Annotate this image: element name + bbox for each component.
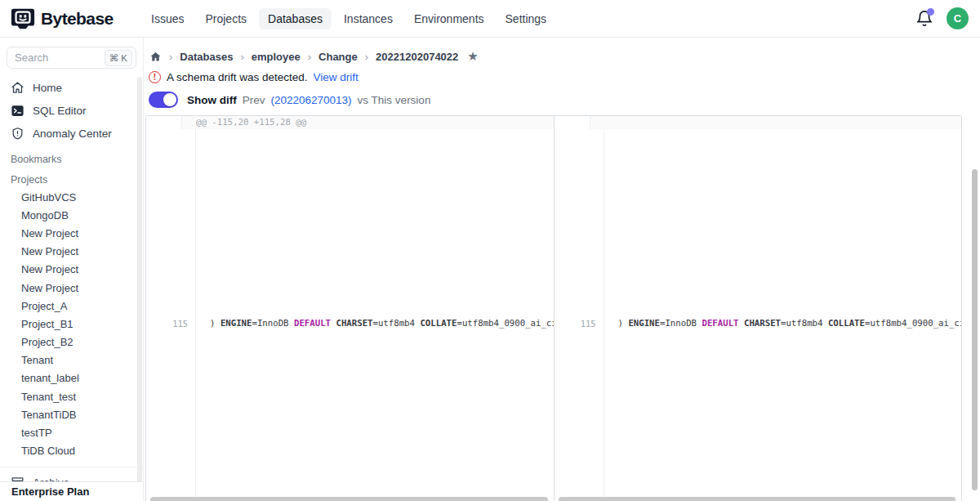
schema-drift-alert: ! A schema drift was detected. View drif… (149, 69, 980, 84)
project-item[interactable]: TenantTiDB (0, 405, 143, 423)
code-line: ) ENGINE=InnoDB DEFAULT CHARSET=utf8mb4 … (196, 129, 554, 501)
project-item[interactable]: tenant_label (0, 369, 143, 387)
terminal-icon (11, 104, 24, 118)
project-item[interactable]: Project_A (0, 297, 143, 315)
project-item[interactable]: testTP (0, 423, 143, 441)
top-navbar: Bytebase IssuesProjectsDatabasesInstance… (0, 0, 980, 38)
alert-exclamation-icon: ! (149, 71, 161, 83)
project-item[interactable]: GitHubVCS (0, 188, 143, 206)
project-item[interactable]: Project_B2 (0, 333, 143, 351)
project-item[interactable]: New Project (0, 243, 143, 261)
home-icon[interactable] (149, 51, 162, 63)
notification-badge (927, 8, 934, 16)
vs-label: vs This version (358, 94, 431, 106)
breadcrumb-separator: › (308, 51, 311, 63)
breadcrumb-separator: › (240, 51, 243, 63)
nav-item-databases[interactable]: Databases (259, 8, 332, 29)
project-item[interactable]: New Project (0, 261, 143, 279)
projects-list: GitHubVCSMongoDBNew ProjectNew ProjectNe… (0, 188, 143, 460)
projects-section-label: Projects (11, 174, 143, 186)
show-diff-label: Show diff (187, 94, 237, 106)
search-shortcut-badge: ⌘ K (105, 50, 132, 66)
sidebar-item-label: Anomaly Center (33, 127, 112, 140)
diff-line: @@ -115,20 +115,28 @@ (146, 116, 554, 129)
line-number (555, 116, 590, 129)
bytebase-logo-icon (11, 7, 35, 31)
brand-name: Bytebase (41, 9, 114, 29)
breadcrumb-separator: › (365, 51, 368, 63)
diff-line: 115) ENGINE=InnoDB DEFAULT CHARSET=utf8m… (555, 129, 962, 501)
sidebar: ⌘ K HomeSQL EditorAnomaly Center Bookmar… (0, 38, 144, 501)
horizontal-scrollbar[interactable] (559, 497, 956, 501)
project-item[interactable]: Tenant (0, 351, 143, 369)
code-line (590, 116, 962, 129)
nav-item-projects[interactable]: Projects (196, 8, 256, 29)
main-content: ›Databases›employee›Change›2022120207402… (144, 38, 980, 501)
sidebar-item-label: Home (33, 82, 62, 94)
plan-label: Enterprise Plan (0, 481, 143, 501)
line-number: 115 (568, 129, 604, 501)
sidebar-nav: HomeSQL EditorAnomaly Center (0, 76, 143, 145)
breadcrumb: ›Databases›employee›Change›2022120207402… (149, 49, 980, 64)
sidebar-item-home[interactable]: Home (0, 76, 143, 99)
diff-pane-current: 115) ENGINE=InnoDB DEFAULT CHARSET=utf8m… (554, 116, 962, 501)
bookmarks-section-label: Bookmarks (11, 154, 143, 165)
bytebase-logo[interactable]: Bytebase (0, 7, 142, 31)
home-icon (11, 81, 24, 95)
prev-version-link[interactable]: (202206270013) (271, 94, 352, 106)
nav-item-issues[interactable]: Issues (142, 8, 193, 29)
window-scrollbar[interactable] (972, 169, 978, 490)
sidebar-item-sql-editor[interactable]: SQL Editor (0, 99, 143, 122)
project-item[interactable]: Project_B1 (0, 315, 143, 333)
schema-diff-viewer: @@ -115,20 +115,28 @@115) ENGINE=InnoDB … (145, 115, 962, 501)
diff-toolbar: Show diff Prev (202206270013) vs This ve… (149, 92, 980, 108)
code-line: @@ -115,20 +115,28 @@ (182, 116, 554, 129)
view-drift-link[interactable]: View drift (314, 71, 359, 83)
nav-item-environments[interactable]: Environments (405, 8, 493, 29)
horizontal-scrollbar[interactable] (150, 497, 548, 501)
project-item[interactable]: MongoDB (0, 206, 143, 224)
avatar[interactable]: C (947, 7, 969, 29)
sidebar-item-anomaly-center[interactable]: Anomaly Center (0, 122, 143, 145)
project-item[interactable]: Tenant_test (0, 387, 143, 405)
breadcrumb-separator: › (169, 51, 172, 63)
project-item[interactable]: TiDB Cloud (0, 442, 143, 460)
project-item[interactable]: New Project (0, 224, 143, 242)
project-item[interactable]: New Project (0, 279, 143, 297)
notification-bell-button[interactable] (915, 10, 933, 28)
line-number: 115 (160, 129, 196, 501)
star-icon[interactable]: ★ (467, 49, 478, 64)
diff-pane-previous: @@ -115,20 +115,28 @@115) ENGINE=InnoDB … (146, 116, 554, 501)
sidebar-item-label: SQL Editor (33, 105, 87, 117)
breadcrumb-item[interactable]: Databases (180, 51, 233, 63)
nav-item-settings[interactable]: Settings (497, 8, 556, 29)
shield-icon (11, 127, 24, 141)
nav-item-instances[interactable]: Instances (335, 8, 402, 29)
diff-line (555, 116, 962, 129)
breadcrumb-item[interactable]: employee (252, 51, 301, 63)
breadcrumb-item[interactable]: 20221202074022 (376, 51, 458, 63)
sidebar-divider (0, 467, 143, 467)
breadcrumb-item[interactable]: Change (318, 51, 358, 63)
main-nav: IssuesProjectsDatabasesInstancesEnvironm… (142, 8, 555, 29)
code-line: ) ENGINE=InnoDB DEFAULT CHARSET=utf8mb4 … (604, 129, 962, 501)
prev-label: Prev (243, 94, 265, 106)
search-input[interactable] (15, 51, 85, 64)
alert-text: A schema drift was detected. (167, 71, 308, 83)
diff-line: 115) ENGINE=InnoDB DEFAULT CHARSET=utf8m… (146, 129, 554, 501)
toggle-knob (163, 93, 176, 106)
sidebar-scrollbar[interactable] (137, 77, 142, 493)
line-number (146, 116, 182, 129)
search-box[interactable]: ⌘ K (7, 47, 136, 69)
show-diff-toggle[interactable] (149, 92, 178, 108)
